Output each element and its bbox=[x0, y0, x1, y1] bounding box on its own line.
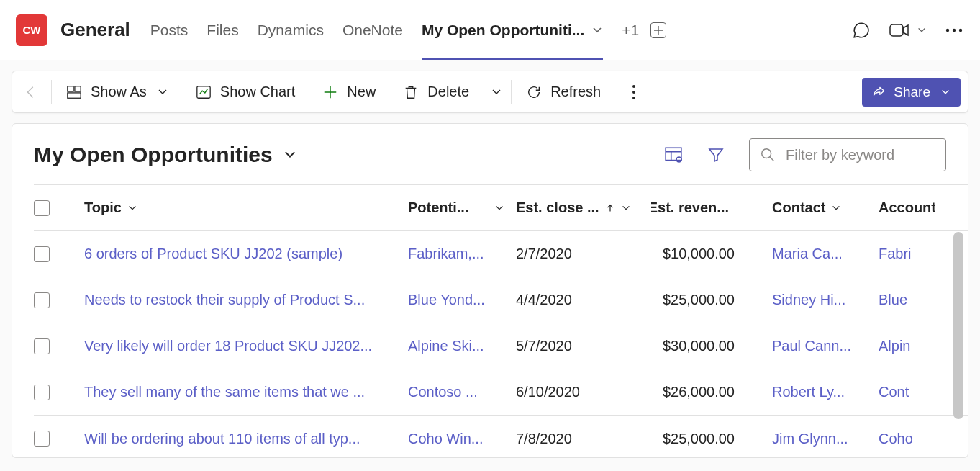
trash-icon bbox=[403, 84, 419, 100]
svg-point-9 bbox=[676, 157, 681, 162]
delete-button[interactable]: Delete bbox=[397, 79, 475, 104]
team-avatar[interactable]: CW bbox=[16, 14, 47, 46]
cell-customer[interactable]: Alpine Ski... bbox=[408, 338, 516, 354]
show-chart-button[interactable]: Show Chart bbox=[190, 79, 301, 104]
cell-revenue: $25,000.00 bbox=[651, 431, 746, 447]
chat-icon[interactable] bbox=[852, 21, 871, 40]
tab-my-open-opportunities[interactable]: My Open Opportuniti... bbox=[422, 0, 603, 60]
show-chart-label: Show Chart bbox=[220, 84, 296, 100]
chevron-down-icon bbox=[621, 203, 631, 213]
cell-contact[interactable]: Jim Glynn... bbox=[772, 431, 879, 447]
chevron-down-icon[interactable] bbox=[157, 86, 168, 98]
back-button[interactable] bbox=[19, 84, 42, 100]
view-header: My Open Opportunities bbox=[12, 138, 968, 184]
show-as-button[interactable]: Show As bbox=[60, 79, 174, 104]
share-icon bbox=[872, 85, 886, 99]
scrollbar-thumb[interactable] bbox=[953, 232, 963, 419]
cell-account[interactable]: Coho bbox=[879, 431, 935, 447]
cell-account[interactable]: Blue bbox=[879, 292, 935, 308]
column-header-account[interactable]: Account bbox=[879, 199, 935, 216]
channel-name: General bbox=[60, 19, 130, 41]
row-checkbox[interactable] bbox=[34, 431, 50, 447]
cell-account[interactable]: Cont bbox=[879, 384, 935, 400]
chevron-down-icon bbox=[283, 148, 297, 162]
vertical-scrollbar[interactable] bbox=[953, 232, 963, 450]
column-label: Topic bbox=[84, 199, 122, 216]
tab-posts[interactable]: Posts bbox=[150, 0, 189, 60]
view-title-label: My Open Opportunities bbox=[34, 143, 273, 167]
share-button[interactable]: Share bbox=[862, 78, 961, 107]
filter-icon[interactable] bbox=[707, 146, 725, 163]
cell-contact[interactable]: Maria Ca... bbox=[772, 246, 879, 262]
table-row[interactable]: Will be ordering about 110 items of all … bbox=[34, 416, 968, 458]
edit-columns-icon[interactable] bbox=[664, 145, 683, 164]
chart-icon bbox=[196, 84, 212, 100]
tab-dynamics[interactable]: Dynamics bbox=[258, 0, 324, 60]
command-overflow-button[interactable] bbox=[625, 85, 643, 99]
svg-point-1 bbox=[946, 28, 949, 31]
column-header-est-close[interactable]: Est. close ... bbox=[516, 199, 651, 216]
channel-actions bbox=[852, 21, 963, 40]
cell-revenue: $26,000.00 bbox=[651, 384, 746, 400]
cell-topic[interactable]: They sell many of the same items that we… bbox=[84, 384, 408, 400]
tab-overflow-count[interactable]: +1 bbox=[622, 22, 639, 39]
divider bbox=[51, 80, 52, 104]
cell-customer[interactable]: Coho Win... bbox=[408, 431, 516, 447]
tab-files[interactable]: Files bbox=[207, 0, 238, 60]
new-button[interactable]: New bbox=[317, 79, 381, 104]
tab-onenote[interactable]: OneNote bbox=[342, 0, 403, 60]
column-label: Est. reven... bbox=[651, 199, 729, 216]
row-checkbox[interactable] bbox=[34, 246, 50, 262]
cell-close-date: 6/10/2020 bbox=[516, 384, 651, 400]
cell-topic[interactable]: Needs to restock their supply of Product… bbox=[84, 292, 408, 308]
cell-close-date: 4/4/2020 bbox=[516, 292, 651, 308]
cell-topic[interactable]: Will be ordering about 110 items of all … bbox=[84, 431, 408, 447]
chevron-down-icon bbox=[831, 203, 841, 213]
search-box[interactable] bbox=[749, 138, 946, 171]
chevron-down-icon[interactable] bbox=[591, 24, 603, 36]
select-all-checkbox[interactable] bbox=[34, 200, 50, 216]
cell-customer[interactable]: Fabrikam,... bbox=[408, 246, 516, 262]
column-header-contact[interactable]: Contact bbox=[772, 199, 879, 216]
cell-customer[interactable]: Contoso ... bbox=[408, 384, 516, 400]
layout-icon bbox=[66, 84, 82, 100]
opportunities-card: My Open Opportunities Top bbox=[12, 123, 968, 458]
cell-contact[interactable]: Robert Ly... bbox=[772, 384, 879, 400]
cell-revenue: $25,000.00 bbox=[651, 292, 746, 308]
meet-video-icon[interactable] bbox=[889, 22, 909, 38]
svg-point-3 bbox=[959, 28, 962, 31]
column-header-est-revenue[interactable]: Est. reven... bbox=[651, 199, 746, 216]
show-as-label: Show As bbox=[91, 84, 147, 100]
table-row[interactable]: They sell many of the same items that we… bbox=[34, 369, 968, 416]
cell-topic[interactable]: 6 orders of Product SKU JJ202 (sample) bbox=[84, 246, 408, 262]
svg-rect-5 bbox=[75, 86, 81, 91]
add-tab-button[interactable] bbox=[650, 22, 666, 38]
table-row[interactable]: Needs to restock their supply of Product… bbox=[34, 277, 968, 323]
cell-close-date: 5/7/2020 bbox=[516, 338, 651, 354]
table-row[interactable]: Very likely will order 18 Product SKU JJ… bbox=[34, 323, 968, 369]
cell-customer[interactable]: Blue Yond... bbox=[408, 292, 516, 308]
chevron-down-icon[interactable] bbox=[491, 86, 502, 98]
svg-rect-8 bbox=[666, 148, 681, 160]
column-header-potential-customer[interactable]: Potenti... bbox=[408, 199, 516, 216]
column-header-topic[interactable]: Topic bbox=[84, 199, 408, 216]
table-row[interactable]: 6 orders of Product SKU JJ202 (sample) F… bbox=[34, 231, 968, 277]
cell-contact[interactable]: Sidney Hi... bbox=[772, 292, 879, 308]
cell-topic[interactable]: Very likely will order 18 Product SKU JJ… bbox=[84, 338, 408, 354]
row-checkbox[interactable] bbox=[34, 338, 50, 354]
view-selector[interactable]: My Open Opportunities bbox=[34, 143, 297, 167]
column-label: Account bbox=[879, 199, 935, 216]
more-options-button[interactable] bbox=[945, 28, 963, 32]
row-checkbox[interactable] bbox=[34, 385, 50, 400]
refresh-button[interactable]: Refresh bbox=[520, 79, 607, 104]
row-checkbox[interactable] bbox=[34, 292, 50, 308]
cell-revenue: $10,000.00 bbox=[651, 246, 746, 262]
chevron-down-icon[interactable] bbox=[917, 25, 927, 35]
cell-contact[interactable]: Paul Cann... bbox=[772, 338, 879, 354]
table-header-row: Topic Potenti... Est. close ... Est. rev… bbox=[34, 185, 968, 231]
column-label: Potenti... bbox=[408, 199, 468, 216]
search-input[interactable] bbox=[784, 146, 968, 164]
cell-account[interactable]: Alpin bbox=[879, 338, 935, 354]
cell-close-date: 7/8/2020 bbox=[516, 431, 651, 447]
cell-account[interactable]: Fabri bbox=[879, 246, 935, 262]
